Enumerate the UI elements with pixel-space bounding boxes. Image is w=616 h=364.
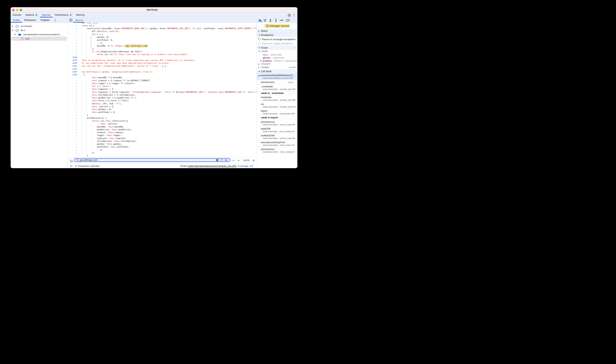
tree-item-cli-js[interactable]: cli.js (11, 37, 68, 41)
disclosure-triangle-icon[interactable] (261, 60, 262, 62)
gutter-line-number[interactable]: – (68, 44, 77, 47)
clear-search-icon[interactable] (216, 159, 219, 161)
replace-toggle-icon[interactable]: AB (70, 159, 73, 162)
nav-tab-workspace[interactable]: Workspace (24, 18, 36, 23)
gutter-line-number[interactable]: – (68, 39, 77, 41)
scope-row[interactable]: parentundefined: (257, 56, 297, 59)
section-call-stack[interactable]: Call Stack (257, 69, 297, 73)
scope-row[interactable]: Local (257, 50, 297, 53)
breakpoint-checkbox-row[interactable]: Pause on uncaught exceptions (257, 37, 297, 41)
gutter-line-number[interactable]: – (68, 33, 77, 36)
gutter-line-number[interactable]: – (68, 125, 77, 128)
gutter-line-number[interactable]: – (68, 50, 77, 53)
nav-more-kebab-icon[interactable] (55, 19, 56, 22)
disclosure-triangle-icon[interactable] (258, 64, 259, 65)
call-stack-frame[interactable]: importnode:internal/m…esm/loader:329 (257, 109, 297, 116)
gutter-line-number[interactable]: – (68, 117, 77, 119)
panel-tab-network[interactable]: Network (26, 13, 34, 17)
call-stack-frame[interactable]: loadESMnode:internal/p…/esm_loader:34 (257, 127, 297, 133)
gutter-line-number[interactable]: – (68, 128, 77, 131)
call-stack-frame-active[interactable]: promiseInitHookWithDestroyTr…node:intern… (257, 73, 297, 80)
section-breakpoints[interactable]: Breakpoints (257, 33, 297, 37)
panel-tab-memory[interactable]: Memory (76, 13, 85, 17)
previous-match-icon[interactable] (232, 160, 234, 161)
tree-item-users-jinhuilee-nvm-versions-node-v2-[interactable]: Users/jinhuilee/.nvm/versions/node/v2… (11, 32, 68, 37)
main-menu-kebab-icon[interactable] (294, 14, 294, 16)
resume-script-icon[interactable] (258, 19, 262, 22)
call-stack-frame[interactable]: runMainESMnode:internal/m…es/run_main:98 (257, 133, 297, 140)
gutter-line-number[interactable]: – (68, 24, 77, 27)
next-match-icon[interactable] (238, 160, 240, 161)
regex-toggle[interactable]: (.*) (220, 158, 223, 162)
expand-arrow-icon[interactable] (14, 34, 16, 35)
gutter-line-number[interactable]: – (68, 96, 77, 99)
gutter-line-number[interactable]: 1343 (68, 70, 77, 73)
deactivate-breakpoints-icon[interactable] (286, 19, 290, 22)
gutter-line-number[interactable]: – (68, 27, 77, 30)
gutter-line-number[interactable]: – (68, 114, 77, 117)
search-query-text[interactable]: api.anthropic.com (80, 158, 98, 162)
gutter-line-number[interactable]: – (68, 41, 77, 44)
call-stack-frame[interactable]: executeUserEntryPointnode:internal/m…s/r… (257, 140, 297, 147)
gutter-line-number[interactable]: – (68, 154, 77, 157)
step-into-icon[interactable] (269, 19, 272, 22)
tree-item-file-[interactable]: file:// (11, 28, 68, 32)
call-stack-frame[interactable]: instantiatenode:internal/m…module_job:10… (257, 95, 297, 102)
collapse-sidebar-icon[interactable] (70, 19, 72, 21)
gutter-line-number[interactable]: – (68, 76, 77, 79)
gutter-line-number[interactable]: – (68, 105, 77, 108)
gutter-line-number[interactable]: – (68, 47, 77, 50)
nav-tab-snippets[interactable]: Snippets (41, 18, 50, 23)
panel-tab-console[interactable]: Console (13, 13, 21, 17)
module-link[interactable]: node:internal/modules/esm/module_job:130 (188, 165, 236, 168)
gutter-line-number[interactable]: – (68, 53, 77, 56)
step-out-icon[interactable] (275, 19, 277, 22)
gutter-line-number[interactable]: – (68, 148, 77, 151)
gutter-line-number[interactable]: 1338 (68, 56, 77, 59)
gutter-line-number[interactable]: 1341 (68, 65, 77, 67)
step-icon[interactable] (280, 19, 283, 21)
gutter-line-number[interactable]: – (68, 88, 77, 91)
gutter-line-number[interactable]: 1342 (68, 68, 77, 70)
gutter-line-number[interactable]: – (68, 99, 77, 102)
call-stack-frame[interactable]: _instantiatenode:internal/m…module_job:1… (257, 84, 297, 91)
gutter-line-number[interactable]: – (68, 111, 77, 114)
breakpoint-checkbox-row[interactable]: Pause on caught exceptions (257, 41, 297, 45)
coverage-link[interactable]: Coverage: n/a (238, 165, 253, 168)
gutter-line-number[interactable]: – (68, 82, 77, 85)
settings-gear-icon[interactable] (288, 14, 291, 17)
scope-row[interactable]: Globalglobal (257, 66, 297, 69)
checkbox[interactable] (258, 38, 260, 40)
code-editor[interactable]: var Xs0, $F1;–class $8 {– constructor({b… (68, 23, 257, 157)
gutter-line-number[interactable]: – (68, 91, 77, 93)
scope-row[interactable]: promisePromise {<pending>}: (257, 59, 297, 62)
close-search-icon[interactable] (253, 159, 255, 162)
gutter-line-number[interactable]: – (68, 122, 77, 125)
step-over-icon[interactable] (263, 19, 266, 22)
gutter-line-number[interactable]: – (68, 119, 77, 122)
gutter-line-number[interactable]: – (68, 36, 77, 39)
expand-arrow-icon[interactable] (12, 30, 14, 31)
scope-row[interactable]: thisundefined: (257, 53, 297, 56)
call-stack-frame[interactable]: runnode:internal/m…module_job:214 (257, 102, 297, 109)
gutter-line-number[interactable]: – (68, 30, 77, 33)
section-watch[interactable]: Watch (257, 29, 297, 33)
tree-item--no-domain-[interactable]: (no domain) (11, 24, 68, 28)
call-stack-frame[interactable]: (anonymous)node:internal/m…main_module:2 (257, 147, 297, 154)
section-scope[interactable]: Scope (257, 46, 297, 50)
gutter-line-number[interactable]: – (68, 93, 77, 96)
call-stack-frame[interactable]: (anonymous)node:internal/m…es/run_main:9… (257, 120, 297, 127)
search-input[interactable]: api.anthropic.com (.*) Aa (74, 158, 231, 162)
gutter-line-number[interactable]: – (68, 137, 77, 140)
disclosure-triangle-icon[interactable] (258, 67, 259, 68)
gutter-line-number[interactable]: – (68, 151, 77, 154)
gutter-line-number[interactable]: 1339 (68, 59, 77, 62)
gutter-line-number[interactable]: – (68, 102, 77, 105)
gutter-line-number[interactable]: – (68, 85, 77, 88)
scope-row[interactable]: Closure (257, 62, 297, 66)
gutter-line-number[interactable]: – (68, 134, 77, 137)
gutter-line-number[interactable]: 1340 (68, 62, 77, 65)
gutter-line-number[interactable]: – (68, 79, 77, 82)
gutter-line-number[interactable]: – (68, 108, 77, 111)
gutter-line-number[interactable]: – (68, 145, 77, 148)
